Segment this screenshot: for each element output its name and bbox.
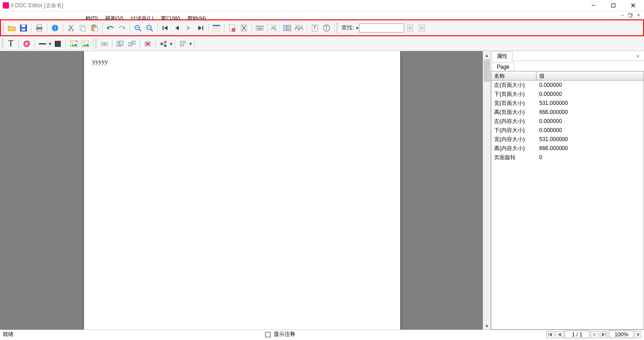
last-page-button[interactable] xyxy=(195,23,206,33)
primary-toolbar-highlight: i A AA T T 查找: ▾ xyxy=(0,19,644,36)
status-last-page-button[interactable] xyxy=(600,331,608,338)
find-options-dropdown[interactable]: ▾ xyxy=(355,25,359,31)
status-next-page-button[interactable] xyxy=(591,331,599,338)
save-button[interactable] xyxy=(18,23,29,33)
mdi-minimize-button[interactable]: – xyxy=(619,12,626,19)
status-prev-page-button[interactable] xyxy=(555,331,564,338)
status-zoom-input[interactable] xyxy=(609,331,634,338)
show-comments-toggle[interactable]: 显示注释 xyxy=(265,331,295,338)
delete-page-button[interactable] xyxy=(238,23,249,33)
scroll-down-button[interactable]: ▾ xyxy=(483,322,490,330)
share-dropdown[interactable]: ▾ xyxy=(169,41,173,47)
toolbar-grip[interactable] xyxy=(3,23,4,33)
mdi-close-button[interactable]: × xyxy=(635,12,642,19)
find-next-button[interactable] xyxy=(416,23,427,33)
color-wheel-button[interactable] xyxy=(21,38,32,49)
scroll-up-button[interactable]: ▴ xyxy=(483,51,490,59)
titlebar: it DDC Editor [去命名] xyxy=(0,0,644,11)
line-tool-button[interactable] xyxy=(37,38,48,49)
svg-line-85 xyxy=(163,44,164,45)
vertical-scrollbar[interactable]: ▴ ▾ xyxy=(483,51,490,330)
property-name: 高(页面大小) xyxy=(491,109,537,116)
svg-rect-86 xyxy=(180,41,186,43)
line-dropdown[interactable]: ▾ xyxy=(48,41,52,47)
prev-page-button[interactable] xyxy=(172,23,182,33)
cut-button[interactable] xyxy=(65,23,76,33)
window-maximize-button[interactable] xyxy=(603,0,623,11)
circle-text-button[interactable]: T xyxy=(321,23,332,33)
zoom-out-button[interactable] xyxy=(144,23,155,33)
property-row[interactable]: 高(页面大小)666.000000 xyxy=(491,108,644,117)
status-zoom-dropdown[interactable]: ▾ xyxy=(635,331,641,338)
property-name: 左(页面大小) xyxy=(491,81,537,89)
panel-tab-properties[interactable]: 属性 xyxy=(492,51,513,61)
properties-col-name[interactable]: 名称 xyxy=(491,71,537,80)
window-minimize-button[interactable] xyxy=(583,0,603,11)
svg-point-71 xyxy=(83,42,85,44)
next-page-button[interactable] xyxy=(183,23,194,33)
document-page[interactable]: yyyyy xyxy=(84,51,400,330)
toolbar2-grip[interactable] xyxy=(2,39,3,49)
zoom-in-button[interactable] xyxy=(132,23,143,33)
image-tool-button[interactable] xyxy=(68,38,79,49)
scroll-thumb[interactable] xyxy=(484,59,490,82)
svg-rect-1 xyxy=(611,4,615,7)
window-close-button[interactable] xyxy=(623,0,643,11)
document-viewport[interactable]: yyyyy xyxy=(0,51,483,330)
document-text[interactable]: yyyyy xyxy=(92,58,392,66)
status-page-input[interactable] xyxy=(565,331,590,338)
undo-button[interactable] xyxy=(105,23,116,33)
property-row[interactable]: 左(内容大小)0.000000 xyxy=(491,117,644,126)
align-dropdown[interactable]: ▾ xyxy=(189,41,192,47)
property-row[interactable]: 宽(内容大小)531.000000 xyxy=(491,135,644,144)
properties-col-value[interactable]: 值 xyxy=(537,71,644,80)
toolbar2-grip-2[interactable] xyxy=(95,39,97,49)
redo-button[interactable] xyxy=(117,23,127,33)
find-prev-button[interactable] xyxy=(405,23,415,33)
open-button[interactable] xyxy=(6,23,17,33)
print-button[interactable] xyxy=(34,23,45,33)
copy-button[interactable] xyxy=(77,23,88,33)
svg-rect-54 xyxy=(288,25,291,31)
mdi-restore-button[interactable] xyxy=(627,12,634,19)
svg-rect-11 xyxy=(37,29,42,31)
link-tool-button[interactable] xyxy=(99,38,110,49)
property-row[interactable]: 高(内容大小)666.000000 xyxy=(491,144,644,153)
property-row[interactable]: 下(内容大小)0.000000 xyxy=(491,126,644,135)
property-row[interactable]: 页面旋转0 xyxy=(491,153,644,162)
text-tool-button[interactable]: T xyxy=(309,23,320,33)
info-button[interactable]: i xyxy=(50,23,61,33)
property-value: 531.000000 xyxy=(537,100,644,106)
svg-point-81 xyxy=(160,42,163,45)
svg-rect-51 xyxy=(276,25,280,31)
property-name: 宽(页面大小) xyxy=(491,99,537,107)
svg-line-28 xyxy=(151,29,153,31)
toolbar-grip-2[interactable] xyxy=(336,23,338,33)
delete-tool-button[interactable] xyxy=(142,38,153,49)
property-row[interactable]: 宽(页面大小)531.000000 xyxy=(491,99,644,108)
first-page-button[interactable] xyxy=(160,23,171,33)
layout-button[interactable] xyxy=(211,23,222,33)
image-edit-button[interactable] xyxy=(80,38,91,49)
svg-rect-21 xyxy=(93,24,95,26)
align-button[interactable] xyxy=(177,38,188,49)
group-button[interactable] xyxy=(115,38,126,49)
find-replace-button[interactable]: AA xyxy=(294,23,304,33)
text-type-button[interactable]: T xyxy=(5,38,16,49)
paste-button[interactable] xyxy=(89,23,100,33)
panel-subtab-page[interactable]: Page xyxy=(492,62,514,71)
rect-tool-button[interactable] xyxy=(52,38,63,49)
share-button[interactable] xyxy=(158,38,169,49)
svg-text:A: A xyxy=(299,25,303,31)
keyboard-button[interactable] xyxy=(254,23,265,33)
svg-point-83 xyxy=(164,44,167,47)
insert-page-button[interactable] xyxy=(227,23,238,33)
property-row[interactable]: 下(页面大小)0.000000 xyxy=(491,90,644,99)
compare-button[interactable] xyxy=(282,23,293,33)
status-first-page-button[interactable] xyxy=(546,331,555,338)
find-input[interactable] xyxy=(359,24,404,33)
ungroup-button[interactable] xyxy=(126,38,137,49)
property-row[interactable]: 左(页面大小)0.000000 xyxy=(491,80,644,90)
panel-close-button[interactable]: × xyxy=(635,52,641,61)
ab-tool-button[interactable]: A xyxy=(270,23,281,33)
